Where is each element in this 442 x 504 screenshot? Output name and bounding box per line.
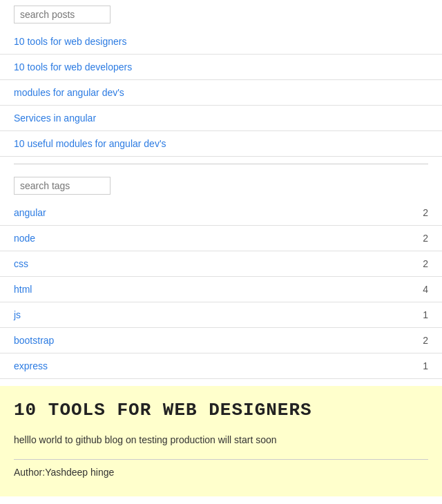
tag-link[interactable]: angular <box>14 207 46 218</box>
post-link[interactable]: 10 tools for web designers <box>14 36 126 47</box>
featured-post: 10 TOOLS FOR WEB DESIGNERS helllo world … <box>0 386 442 496</box>
featured-post-body: helllo world to github blog on testing p… <box>14 434 428 445</box>
list-item: js1 <box>0 302 442 328</box>
tag-list: angular2node2css2html4js1bootstrap2expre… <box>0 200 442 379</box>
tag-link[interactable]: express <box>14 360 48 371</box>
tag-count: 2 <box>423 207 428 218</box>
search-posts-input[interactable] <box>14 6 110 23</box>
tag-link[interactable]: css <box>14 258 28 269</box>
list-item: express1 <box>0 353 442 379</box>
post-link[interactable]: Services in angular <box>14 113 96 124</box>
list-item: modules for angular dev's <box>0 80 442 106</box>
tag-count: 2 <box>423 233 428 244</box>
section-divider <box>14 164 428 164</box>
search-tags-section <box>0 171 442 200</box>
list-item: 10 tools for web developers <box>0 55 442 80</box>
post-link[interactable]: 10 useful modules for angular dev's <box>14 138 166 149</box>
tag-link[interactable]: bootstrap <box>14 335 54 346</box>
list-item: bootstrap2 <box>0 328 442 353</box>
tag-count: 1 <box>423 309 428 320</box>
list-item: html4 <box>0 277 442 302</box>
list-item: node2 <box>0 226 442 251</box>
tag-link[interactable]: node <box>14 233 35 244</box>
tag-count: 2 <box>423 335 428 346</box>
list-item: Services in angular <box>0 106 442 131</box>
tag-link[interactable]: html <box>14 284 32 295</box>
list-item: angular2 <box>0 200 442 226</box>
list-item: css2 <box>0 251 442 277</box>
tag-count: 1 <box>423 360 428 371</box>
tag-count: 4 <box>423 284 428 295</box>
list-item: 10 useful modules for angular dev's <box>0 131 442 157</box>
post-list: 10 tools for web designers10 tools for w… <box>0 29 442 157</box>
list-item: 10 tools for web designers <box>0 29 442 55</box>
post-link[interactable]: 10 tools for web developers <box>14 61 132 72</box>
search-tags-input[interactable] <box>14 177 110 195</box>
search-posts-section <box>0 0 442 29</box>
post-link[interactable]: modules for angular dev's <box>14 87 124 98</box>
tag-count: 2 <box>423 258 428 269</box>
featured-post-title: 10 TOOLS FOR WEB DESIGNERS <box>14 400 428 420</box>
tag-link[interactable]: js <box>14 309 21 320</box>
featured-post-author: Author:Yashdeep hinge <box>14 459 428 478</box>
